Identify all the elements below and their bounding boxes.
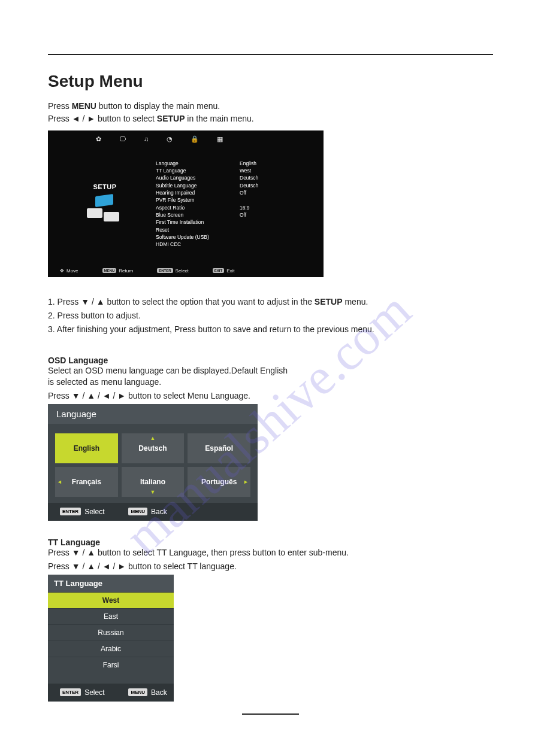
table-row: TT LanguageWest [156,167,312,174]
intro-line-1: Press MENU button to display the main me… [48,101,493,112]
table-row: HDMI CEC [156,241,312,248]
apps-icon: ▦ [217,135,223,143]
tt-language-osd-screenshot: TT Language West East Russian Arabic Far… [48,575,174,702]
gear-icon: ✿ [96,135,101,143]
table-row: First Time Installation [156,218,312,226]
lang-cell-francais: ◄Français [55,467,118,497]
dpad-icon: ✥ [60,268,64,274]
tt-footer-back: MENUBack [128,688,167,697]
tt-language-heading: TT Language [48,538,493,547]
triangle-down-icon: ▼ [150,489,156,495]
step-1: 1. Press ▼ / ▲ button to select the opti… [48,295,493,309]
triangle-up-icon: ▲ [150,435,156,441]
top-rule [48,54,493,55]
osd-footer: ✥Move MENUReturn ENTERSelect EXITExit [48,268,324,274]
osd-list: LanguageEnglish TT LanguageWest Audio La… [150,160,312,248]
footer-return: MENUReturn [102,268,134,274]
steps: 1. Press ▼ / ▲ button to select the opti… [48,295,493,336]
table-row: Aspect Ratio16:9 [156,204,312,211]
tt-item-east: East [48,608,174,624]
setup-osd-screenshot: ✿ 🖵 ♫ ◔ 🔒 ▦ SETUP LanguageEnglish TT Lan… [48,130,324,277]
tt-item-russian: Russian [48,624,174,640]
clock-icon: ◔ [167,135,173,143]
table-row: Hearing ImpairedOff [156,189,312,196]
lang-cell-italiano: Italiano▼ [122,467,185,497]
table-row: LanguageEnglish [156,160,312,167]
step-2: 2. Press button to adjust. [48,309,493,323]
table-row: PVR File System [156,196,312,204]
osd-language-desc: Select an OSD menu language can be displ… [48,365,493,388]
tt-footer: ENTERSelect MENUBack [48,684,174,702]
tt-language-l2: Press ▼ / ▲ / ◄ / ► button to select TT … [48,561,493,572]
language-grid: English ▲Deutsch Español ◄Français Itali… [48,424,258,503]
footer-select: ENTERSelect [157,268,189,274]
tt-item-arabic: Arabic [48,640,174,657]
table-row: Software Update (USB) [156,233,312,241]
table-row: Reset [156,226,312,233]
lang-footer-back: MENUBack [128,508,167,516]
lang-cell-english: English [55,433,118,463]
table-row: Audio LanguagesDeutsch [156,174,312,181]
lang-cell-portugues: Português► [188,467,250,497]
triangle-right-icon: ► [243,479,249,485]
tt-language-l1: Press ▼ / ▲ button to select TT Language… [48,547,493,558]
intro2-b: SETUP [157,114,185,123]
osd-language-heading: OSD Language [48,356,493,365]
language-footer: ENTERSelect MENUBack [48,503,258,521]
intro1-pre: Press [48,101,72,111]
table-row: Blue ScreenOff [156,211,312,218]
tt-item-west: West [48,592,174,608]
intro1-post: button to display the main menu. [96,101,220,111]
tt-osd-title: TT Language [48,575,174,592]
lang-cell-deutsch: ▲Deutsch [122,433,185,463]
setup-boxes-icon [87,195,123,225]
osd-side-label: SETUP [93,183,116,190]
tt-footer-select: ENTERSelect [60,688,104,697]
osd-topbar: ✿ 🖵 ♫ ◔ 🔒 ▦ [48,130,324,148]
footer-move: ✥Move [60,268,78,274]
page-title: Setup Menu [48,72,493,91]
lang-footer-select: ENTERSelect [60,508,104,516]
intro2-pre: Press ◄ / ► button to select [48,114,157,123]
monitor-icon: 🖵 [119,135,126,143]
language-osd-title: Language [48,404,258,424]
step-3: 3. After finishing your adjustment, Pres… [48,323,493,336]
lock-icon: 🔒 [191,135,199,143]
intro2-post: in the main menu. [185,114,253,123]
table-row: Subtitle LanguageDeutsch [156,182,312,189]
tt-item-farsi: Farsi [48,657,174,673]
bottom-rule [242,714,299,715]
music-icon: ♫ [144,135,149,143]
intro1-b: MENU [72,101,96,111]
osd-language-instr: Press ▼ / ▲ / ◄ / ► button to select Men… [48,390,493,402]
language-osd-screenshot: Language English ▲Deutsch Español ◄Franç… [48,404,258,521]
triangle-left-icon: ◄ [57,479,62,485]
intro-line-2: Press ◄ / ► button to select SETUP in th… [48,113,493,125]
footer-exit: EXITExit [213,268,235,274]
lang-cell-espanol: Español [188,433,250,463]
osd-side: SETUP [60,160,150,248]
